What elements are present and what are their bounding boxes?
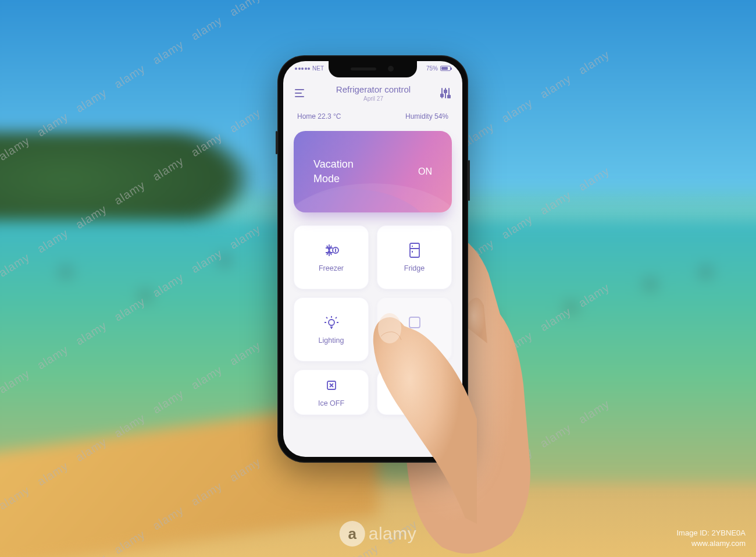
phone-screen: NET 75% Refrigerator control April 27 Ho… [283,61,462,457]
filter-tile[interactable]: Filter [377,370,452,415]
lightbulb-icon [323,314,340,331]
tile-label: Lighting [319,336,344,345]
tile-label: Freezer [319,264,344,272]
control-tiles: Freezer Fridge Lighting [283,212,462,415]
svg-point-2 [329,320,334,325]
freezer-tile[interactable]: Freezer [294,225,369,289]
phone-frame: NET 75% Refrigerator control April 27 Ho… [277,55,468,463]
ice-icon [323,377,340,393]
image-id: Image ID: 2YBNE0A www.alamy.com [677,528,746,549]
tile-label: Fridge [404,264,425,272]
battery-icon [440,66,451,71]
carrier-label: NET [312,65,324,72]
battery-percent: 75% [426,65,438,72]
header-date: April 27 [336,95,411,102]
ice-tile[interactable]: Ice OFF [294,370,369,415]
lighting-tile[interactable]: Lighting [294,297,369,361]
vacation-mode-card[interactable]: Vacation Mode ON [294,131,452,212]
svg-rect-3 [409,317,420,328]
page-title: Refrigerator control [336,84,411,94]
fridge-icon [406,242,423,258]
sliders-icon[interactable] [440,88,451,98]
vacation-title: Vacation Mode [313,157,354,186]
menu-icon[interactable] [295,87,306,99]
generic-icon [406,314,423,331]
phone-notch [329,61,417,77]
stats-row: Home 22.3 °C Humidity 54% [283,109,462,131]
vacation-status: ON [418,166,432,177]
freezer-icon [323,242,340,258]
home-temp: Home 22.3 °C [297,112,341,120]
tile-label: Filter [406,399,423,407]
humidity: Humidity 54% [405,112,448,120]
filter-icon [406,377,423,393]
signal-icon [295,68,310,70]
hidden-tile[interactable] [377,297,452,361]
tile-label: Ice OFF [318,399,344,407]
svg-rect-1 [410,243,419,257]
fridge-tile[interactable]: Fridge [377,225,452,289]
